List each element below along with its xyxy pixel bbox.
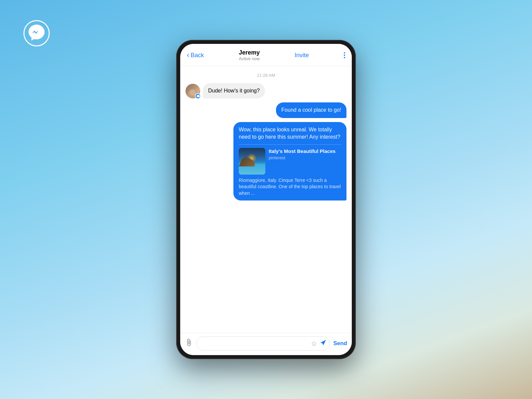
more-dot-3 — [344, 57, 345, 58]
message-input-wrap: ☺ — [196, 336, 330, 350]
chat-header: ‹ Back Jeremy Active now Invite — [180, 44, 352, 66]
outgoing-message-1-text: Found a cool place to go! — [281, 107, 341, 113]
send-button[interactable]: Send — [333, 340, 347, 347]
more-options-button[interactable] — [344, 52, 345, 58]
outgoing-message-row-1: Found a cool place to go! — [186, 102, 346, 118]
back-chevron-icon: ‹ — [187, 52, 189, 59]
outgoing-message-2-text: Wow, this place looks unreal. We totally… — [239, 127, 340, 140]
messages-area: 11:28 AM Dude! How's it going? — [180, 66, 352, 333]
outgoing-message-row-2: Wow, this place looks unreal. We totally… — [186, 122, 346, 201]
messenger-app-icon — [23, 20, 50, 47]
outgoing-bubble-2: Wow, this place looks unreal. We totally… — [233, 122, 346, 201]
light-glow — [247, 153, 257, 163]
contact-status: Active now — [239, 56, 260, 61]
outgoing-bubble-1: Found a cool place to go! — [276, 102, 346, 118]
rich-link-source: pinterest — [269, 155, 341, 161]
more-dot-2 — [344, 55, 345, 56]
back-button[interactable]: ‹ Back — [187, 52, 204, 59]
invite-button[interactable]: Invite — [295, 52, 309, 59]
incoming-bubble-1: Dude! How's it going? — [203, 83, 265, 98]
input-icon-group: ☺ — [311, 339, 327, 348]
send-icon[interactable] — [320, 339, 327, 348]
phone-container: ‹ Back Jeremy Active now Invite 11:28 AM — [176, 40, 356, 359]
rich-link-title: Italy's Most Beautiful Places — [269, 148, 341, 155]
emoji-icon[interactable]: ☺ — [311, 340, 317, 347]
contact-info: Jeremy Active now — [239, 49, 260, 61]
message-input[interactable] — [196, 336, 330, 350]
more-dot-1 — [344, 52, 345, 54]
phone-frame: ‹ Back Jeremy Active now Invite 11:28 AM — [176, 40, 356, 359]
back-label: Back — [191, 52, 204, 59]
attach-button[interactable] — [185, 338, 193, 348]
rich-link-description: Riomaggiore, Italy. Cinque Terre <3 such… — [239, 177, 341, 197]
incoming-message-1-text: Dude! How's it going? — [208, 88, 260, 93]
rich-link-image — [239, 148, 265, 175]
input-bar: ☺ Send — [180, 333, 352, 355]
rich-link-card[interactable]: Italy's Most Beautiful Places pinterest — [239, 144, 341, 175]
message-timestamp: 11:28 AM — [186, 73, 346, 78]
messenger-badge — [195, 93, 201, 99]
incoming-message-row: Dude! How's it going? — [186, 83, 346, 98]
rich-link-text-content: Italy's Most Beautiful Places pinterest — [269, 148, 341, 161]
italy-photo — [239, 148, 265, 175]
phone-screen: ‹ Back Jeremy Active now Invite 11:28 AM — [180, 44, 352, 355]
contact-name: Jeremy — [239, 49, 260, 56]
avatar — [186, 84, 200, 98]
